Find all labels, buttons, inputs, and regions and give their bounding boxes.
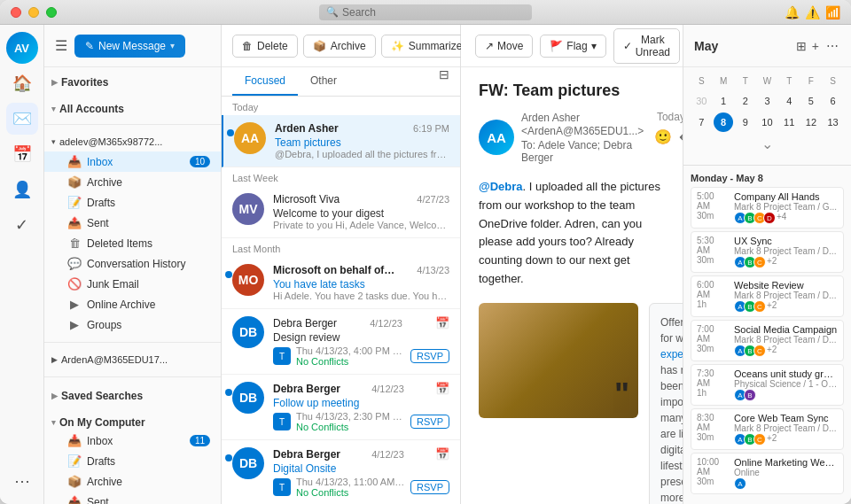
cal-date[interactable]: 6	[824, 91, 843, 111]
calendar-more-icon[interactable]: ⋯	[824, 37, 840, 55]
teams-icon: T	[273, 413, 291, 430]
delete-button[interactable]: 🗑 Delete	[232, 35, 298, 58]
deleted-folder[interactable]: 🗑 Deleted Items	[44, 233, 221, 253]
notifications-icon[interactable]: 🔔	[785, 5, 800, 19]
sent-folder[interactable]: 📤 Sent	[44, 213, 221, 233]
email-list: 🗑 Delete 📦 Archive ✨ Summarize 🚩 Report …	[222, 25, 461, 504]
cal-date[interactable]: 4	[779, 91, 799, 111]
rsvp-button[interactable]: RSVP	[410, 480, 449, 494]
omc-sent-folder[interactable]: 📤 Sent	[44, 492, 221, 504]
account1-section: ▾ adelev@M365x98772... 📥 Inbox 10 📦 Arch…	[44, 128, 221, 338]
online-archive-folder[interactable]: ▶ Online Archive	[44, 294, 221, 314]
new-message-button[interactable]: ✎ New Message ▾	[74, 35, 185, 58]
account1-header[interactable]: ▾ adelev@M365x98772...	[44, 132, 221, 151]
conversation-folder[interactable]: 💬 Conversation History	[44, 253, 221, 274]
summarize-button[interactable]: ✨ Summarize	[381, 35, 472, 58]
omc-inbox-folder[interactable]: 📥 Inbox 11	[44, 430, 221, 451]
user-avatar[interactable]: AV	[6, 32, 38, 64]
calendar-icon: 📅	[435, 447, 449, 461]
chevron-icon: ▾	[51, 418, 56, 427]
summarize-icon: ✨	[391, 40, 404, 52]
email-item[interactable]: DB Debra Berger 4/12/23 📅 Design review …	[222, 309, 460, 375]
cal-event[interactable]: 7:30 AM1h Oceans unit study group Physic…	[691, 364, 844, 406]
tab-other[interactable]: Other	[298, 67, 349, 96]
alert-icon[interactable]: ⚠️	[805, 5, 820, 19]
sidebar-toolbar: ☰ ✎ New Message ▾	[44, 25, 221, 67]
omc-archive-folder[interactable]: 📦 Archive	[44, 471, 221, 492]
settings-icon[interactable]: 📶	[825, 5, 840, 19]
divider2	[44, 342, 221, 343]
mark-unread-button[interactable]: ✓ Mark Unread	[613, 28, 680, 64]
icon-rail: AV 🏠 ✉️ 📅 👤 ✓ ⋯	[0, 25, 44, 504]
emoji-icon[interactable]: 🙂	[654, 128, 672, 145]
inbox-folder[interactable]: 📥 Inbox 10	[44, 151, 221, 172]
apps-icon[interactable]: ⋯	[6, 465, 38, 497]
cal-date[interactable]: 10	[757, 112, 777, 132]
all-accounts-header[interactable]: ▾ All Accounts	[44, 97, 221, 117]
email-item[interactable]: AA Arden Asher 6:19 PM Team pictures @De…	[222, 115, 460, 167]
cal-date[interactable]: 11	[779, 112, 799, 132]
email-item[interactable]: MV Microsoft Viva 4/27/23 Welcome to you…	[222, 186, 460, 238]
avatar: DB	[232, 447, 264, 479]
cal-event[interactable]: 5:30 AM30m UX Sync Mark 8 Project Team /…	[691, 231, 844, 273]
calendar-events[interactable]: Monday - May 8 5:00 AM30m Company All Ha…	[683, 169, 851, 504]
account2-header[interactable]: ▶ ArdenA@M365EDU17...	[44, 350, 221, 369]
email-list-scroll[interactable]: Today AA Arden Asher 6:19 PM Team pictur…	[222, 97, 460, 504]
cal-date[interactable]: 12	[801, 112, 821, 132]
omc-drafts-folder[interactable]: 📝 Drafts	[44, 451, 221, 471]
rsvp-button[interactable]: RSVP	[410, 415, 449, 429]
mail-icon[interactable]: ✉️	[6, 103, 38, 135]
cal-date[interactable]: 9	[736, 112, 755, 132]
cal-date[interactable]: 2	[736, 91, 755, 111]
drafts-folder[interactable]: 📝 Drafts	[44, 192, 221, 213]
junk-folder[interactable]: 🚫 Junk Email	[44, 274, 221, 294]
favorites-header[interactable]: ▶ Favorites	[44, 71, 221, 90]
event-avatar: D	[763, 212, 776, 224]
email-content: Arden Asher 6:19 PM Team pictures @Debra…	[275, 122, 449, 159]
cal-event[interactable]: 8:30 AM30m Core Web Team Sync Mark 8 Pro…	[691, 408, 844, 450]
calendar-expand[interactable]: ⌄	[691, 134, 844, 154]
delete-icon: 🗑	[242, 40, 253, 52]
email-item[interactable]: DB Debra Berger 4/12/23 📅 Follow up meet…	[222, 375, 460, 440]
cal-day-section: Monday - May 8 5:00 AM30m Company All Ha…	[691, 173, 844, 494]
hamburger-menu[interactable]: ☰	[55, 37, 67, 54]
cal-date-today[interactable]: 8	[714, 112, 733, 132]
saved-searches-header[interactable]: ▶ Saved Searches	[44, 384, 221, 404]
flag-button[interactable]: 🚩 Flag ▾	[540, 35, 605, 58]
cal-event[interactable]: 5:00 AM30m Company All Hands Mark 8 Proj…	[691, 187, 844, 229]
cal-event[interactable]: 6:00 AM1h Website Review Mark 8 Project …	[691, 275, 844, 317]
add-event-button[interactable]: +	[810, 37, 821, 55]
filter-icon[interactable]: ⊟	[439, 67, 449, 96]
calendar-icon[interactable]: 📅	[6, 138, 38, 170]
archive-button[interactable]: 📦 Archive	[303, 35, 376, 58]
tab-focused[interactable]: Focused	[232, 67, 298, 96]
home-icon[interactable]: 🏠	[6, 67, 38, 99]
on-my-computer-header[interactable]: ▾ On My Computer	[44, 411, 221, 430]
groups-icon: ▶	[67, 318, 82, 331]
cal-date[interactable]: 1	[714, 91, 733, 111]
groups-folder[interactable]: ▶ Groups	[44, 314, 221, 335]
cal-date[interactable]: 13	[824, 112, 843, 132]
maximize-button[interactable]	[46, 7, 57, 18]
close-button[interactable]	[11, 7, 21, 18]
cal-date[interactable]: 5	[801, 91, 821, 111]
people-icon[interactable]: 👤	[6, 174, 38, 205]
email-item[interactable]: MO Microsoft on behalf of your organizat…	[222, 257, 460, 309]
cal-date[interactable]: 30	[691, 91, 711, 111]
calendar-grid-icon[interactable]: ⊞	[796, 39, 807, 53]
tasks-icon[interactable]: ✓	[6, 209, 38, 241]
search-icon: 🔍	[326, 6, 339, 18]
cal-date[interactable]: 3	[757, 91, 777, 111]
cal-date[interactable]: 7	[691, 112, 711, 132]
search-input[interactable]: Search	[342, 6, 376, 19]
cal-event[interactable]: 7:00 AM30m Social Media Campaign Mark 8 …	[691, 320, 844, 361]
move-button[interactable]: ↗ Move	[475, 35, 533, 58]
cal-event[interactable]: 10:00 AM30m Online Marketing Weekl... On…	[691, 453, 844, 494]
minimize-button[interactable]	[28, 7, 39, 18]
archive-icon: 📦	[67, 175, 82, 189]
search-bar[interactable]: 🔍 Search	[319, 4, 532, 20]
calendar-panel: May ⊞ + ⋯ S M T W T F S 30 1 2	[683, 25, 851, 504]
email-item[interactable]: DB Debra Berger 4/12/23 📅 Digital Onsite…	[222, 440, 460, 504]
archive-folder[interactable]: 📦 Archive	[44, 172, 221, 192]
rsvp-button[interactable]: RSVP	[410, 349, 449, 363]
